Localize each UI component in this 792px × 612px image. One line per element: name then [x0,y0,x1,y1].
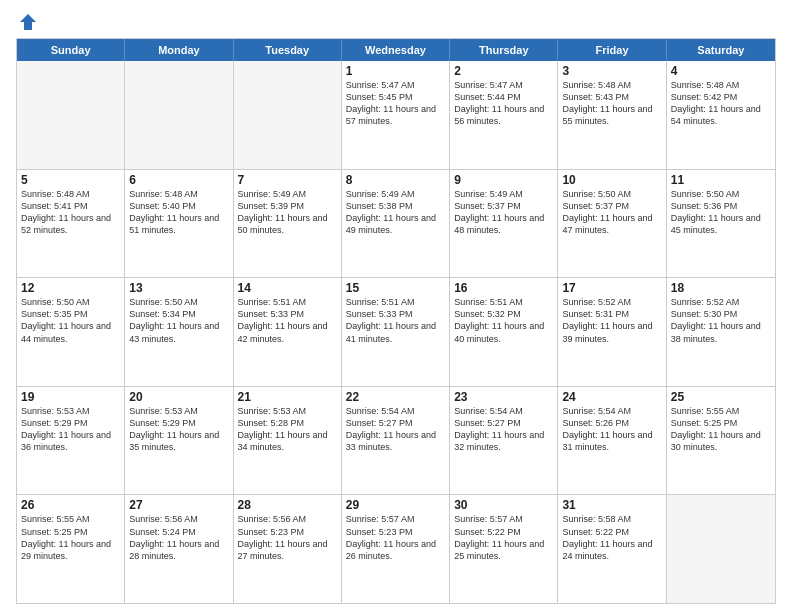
cal-cell: 8Sunrise: 5:49 AMSunset: 5:38 PMDaylight… [342,170,450,278]
calendar-header: SundayMondayTuesdayWednesdayThursdayFrid… [17,39,775,61]
cal-cell: 19Sunrise: 5:53 AMSunset: 5:29 PMDayligh… [17,387,125,495]
header [16,12,776,32]
day-number: 10 [562,173,661,187]
cal-cell: 24Sunrise: 5:54 AMSunset: 5:26 PMDayligh… [558,387,666,495]
cal-cell: 2Sunrise: 5:47 AMSunset: 5:44 PMDaylight… [450,61,558,169]
cal-cell: 7Sunrise: 5:49 AMSunset: 5:39 PMDaylight… [234,170,342,278]
cal-week-1: 1Sunrise: 5:47 AMSunset: 5:45 PMDaylight… [17,61,775,169]
cal-cell: 14Sunrise: 5:51 AMSunset: 5:33 PMDayligh… [234,278,342,386]
cal-cell: 13Sunrise: 5:50 AMSunset: 5:34 PMDayligh… [125,278,233,386]
svg-marker-0 [20,14,36,30]
day-number: 17 [562,281,661,295]
page: SundayMondayTuesdayWednesdayThursdayFrid… [0,0,792,612]
cal-cell: 23Sunrise: 5:54 AMSunset: 5:27 PMDayligh… [450,387,558,495]
cell-info: Sunrise: 5:49 AMSunset: 5:39 PMDaylight:… [238,188,337,237]
cell-info: Sunrise: 5:48 AMSunset: 5:42 PMDaylight:… [671,79,771,128]
day-number: 29 [346,498,445,512]
logo-icon [18,12,38,32]
day-header-monday: Monday [125,39,233,61]
day-number: 3 [562,64,661,78]
day-number: 1 [346,64,445,78]
cell-info: Sunrise: 5:54 AMSunset: 5:27 PMDaylight:… [346,405,445,454]
day-number: 11 [671,173,771,187]
day-number: 2 [454,64,553,78]
day-number: 9 [454,173,553,187]
day-number: 5 [21,173,120,187]
calendar-body: 1Sunrise: 5:47 AMSunset: 5:45 PMDaylight… [17,61,775,603]
cal-cell: 30Sunrise: 5:57 AMSunset: 5:22 PMDayligh… [450,495,558,603]
day-header-tuesday: Tuesday [234,39,342,61]
cal-cell: 10Sunrise: 5:50 AMSunset: 5:37 PMDayligh… [558,170,666,278]
day-number: 25 [671,390,771,404]
cal-week-3: 12Sunrise: 5:50 AMSunset: 5:35 PMDayligh… [17,277,775,386]
cal-week-5: 26Sunrise: 5:55 AMSunset: 5:25 PMDayligh… [17,494,775,603]
cell-info: Sunrise: 5:50 AMSunset: 5:34 PMDaylight:… [129,296,228,345]
cell-info: Sunrise: 5:57 AMSunset: 5:23 PMDaylight:… [346,513,445,562]
day-number: 14 [238,281,337,295]
cell-info: Sunrise: 5:50 AMSunset: 5:36 PMDaylight:… [671,188,771,237]
cal-cell: 5Sunrise: 5:48 AMSunset: 5:41 PMDaylight… [17,170,125,278]
cell-info: Sunrise: 5:55 AMSunset: 5:25 PMDaylight:… [671,405,771,454]
day-number: 22 [346,390,445,404]
cell-info: Sunrise: 5:51 AMSunset: 5:33 PMDaylight:… [238,296,337,345]
cal-cell: 4Sunrise: 5:48 AMSunset: 5:42 PMDaylight… [667,61,775,169]
day-number: 27 [129,498,228,512]
cal-cell [17,61,125,169]
day-number: 30 [454,498,553,512]
day-number: 15 [346,281,445,295]
cell-info: Sunrise: 5:56 AMSunset: 5:23 PMDaylight:… [238,513,337,562]
day-number: 31 [562,498,661,512]
cell-info: Sunrise: 5:53 AMSunset: 5:29 PMDaylight:… [129,405,228,454]
cal-cell: 20Sunrise: 5:53 AMSunset: 5:29 PMDayligh… [125,387,233,495]
day-header-sunday: Sunday [17,39,125,61]
cal-cell [234,61,342,169]
cell-info: Sunrise: 5:52 AMSunset: 5:31 PMDaylight:… [562,296,661,345]
calendar: SundayMondayTuesdayWednesdayThursdayFrid… [16,38,776,604]
cal-cell: 27Sunrise: 5:56 AMSunset: 5:24 PMDayligh… [125,495,233,603]
cal-cell: 11Sunrise: 5:50 AMSunset: 5:36 PMDayligh… [667,170,775,278]
cal-cell: 26Sunrise: 5:55 AMSunset: 5:25 PMDayligh… [17,495,125,603]
cal-cell: 22Sunrise: 5:54 AMSunset: 5:27 PMDayligh… [342,387,450,495]
cal-cell: 15Sunrise: 5:51 AMSunset: 5:33 PMDayligh… [342,278,450,386]
day-number: 23 [454,390,553,404]
day-number: 16 [454,281,553,295]
cal-cell: 9Sunrise: 5:49 AMSunset: 5:37 PMDaylight… [450,170,558,278]
cal-cell: 1Sunrise: 5:47 AMSunset: 5:45 PMDaylight… [342,61,450,169]
cell-info: Sunrise: 5:51 AMSunset: 5:32 PMDaylight:… [454,296,553,345]
cal-cell: 12Sunrise: 5:50 AMSunset: 5:35 PMDayligh… [17,278,125,386]
cal-cell: 21Sunrise: 5:53 AMSunset: 5:28 PMDayligh… [234,387,342,495]
day-number: 24 [562,390,661,404]
cell-info: Sunrise: 5:48 AMSunset: 5:41 PMDaylight:… [21,188,120,237]
day-header-saturday: Saturday [667,39,775,61]
day-number: 4 [671,64,771,78]
cal-week-4: 19Sunrise: 5:53 AMSunset: 5:29 PMDayligh… [17,386,775,495]
cell-info: Sunrise: 5:56 AMSunset: 5:24 PMDaylight:… [129,513,228,562]
day-header-friday: Friday [558,39,666,61]
day-number: 18 [671,281,771,295]
cell-info: Sunrise: 5:50 AMSunset: 5:37 PMDaylight:… [562,188,661,237]
cell-info: Sunrise: 5:53 AMSunset: 5:28 PMDaylight:… [238,405,337,454]
cal-cell: 28Sunrise: 5:56 AMSunset: 5:23 PMDayligh… [234,495,342,603]
cell-info: Sunrise: 5:54 AMSunset: 5:26 PMDaylight:… [562,405,661,454]
cal-cell [667,495,775,603]
cal-cell: 16Sunrise: 5:51 AMSunset: 5:32 PMDayligh… [450,278,558,386]
cal-cell: 29Sunrise: 5:57 AMSunset: 5:23 PMDayligh… [342,495,450,603]
day-number: 20 [129,390,228,404]
cell-info: Sunrise: 5:51 AMSunset: 5:33 PMDaylight:… [346,296,445,345]
cell-info: Sunrise: 5:57 AMSunset: 5:22 PMDaylight:… [454,513,553,562]
day-number: 8 [346,173,445,187]
cell-info: Sunrise: 5:49 AMSunset: 5:38 PMDaylight:… [346,188,445,237]
cal-cell: 18Sunrise: 5:52 AMSunset: 5:30 PMDayligh… [667,278,775,386]
day-number: 6 [129,173,228,187]
day-number: 12 [21,281,120,295]
cell-info: Sunrise: 5:48 AMSunset: 5:40 PMDaylight:… [129,188,228,237]
day-number: 26 [21,498,120,512]
day-number: 19 [21,390,120,404]
day-number: 13 [129,281,228,295]
cell-info: Sunrise: 5:47 AMSunset: 5:45 PMDaylight:… [346,79,445,128]
logo [16,12,38,32]
cell-info: Sunrise: 5:58 AMSunset: 5:22 PMDaylight:… [562,513,661,562]
cal-cell [125,61,233,169]
cell-info: Sunrise: 5:55 AMSunset: 5:25 PMDaylight:… [21,513,120,562]
cal-cell: 25Sunrise: 5:55 AMSunset: 5:25 PMDayligh… [667,387,775,495]
